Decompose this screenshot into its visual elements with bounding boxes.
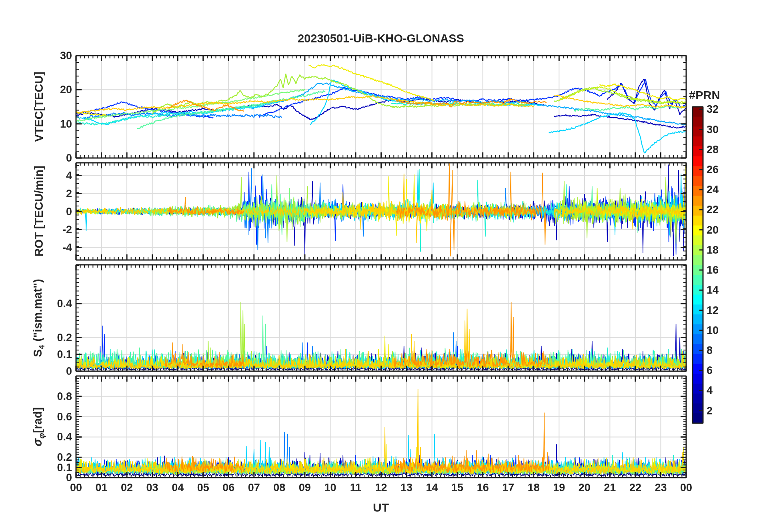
x-tick-label: 19 — [553, 482, 565, 494]
chart-title: 20230501-UiB-KHO-GLONASS — [298, 32, 464, 45]
y-tick-label: 4 — [66, 169, 72, 182]
y-tick-label: 10 — [60, 118, 72, 130]
ylabel-s4-pre: S — [31, 349, 44, 357]
x-tick-label: 23 — [655, 482, 667, 494]
ylabel-vtec: VTEC[TECU] — [32, 72, 46, 142]
colorbar-tick-label: 2 — [707, 404, 713, 417]
x-tick-label: 15 — [451, 482, 463, 494]
x-tick-label: 05 — [197, 482, 209, 494]
y-tick-label: 30 — [60, 50, 72, 62]
figure-container: 20230501-UiB-KHO-GLONASS VTEC[TECU] ROT … — [0, 0, 761, 532]
colorbar-tick-label: 30 — [707, 123, 719, 136]
ylabel-sigma-pre: σ — [31, 439, 44, 446]
x-tick-label: 21 — [604, 482, 616, 494]
y-tick-label: 0 — [66, 365, 72, 378]
x-tick-label: 17 — [502, 482, 514, 494]
y-tick-label: -4 — [62, 241, 72, 254]
x-tick-label: 03 — [146, 482, 158, 494]
x-tick-label: 11 — [350, 482, 362, 494]
x-tick-label: 12 — [375, 482, 387, 494]
y-tick-label: -2 — [62, 223, 72, 236]
colorbar-tick-label: 22 — [707, 204, 719, 216]
y-tick-label: 0 — [66, 152, 72, 164]
x-tick-label: 18 — [528, 482, 540, 494]
x-tick-label: 02 — [121, 482, 133, 494]
colorbar-tick-label: 26 — [707, 163, 719, 176]
y-tick-label: 0.2 — [57, 331, 72, 344]
x-tick-label: 04 — [172, 482, 184, 494]
ylabel-sigma-phi: σφ[rad] — [31, 407, 46, 446]
colorbar-tick-label: 12 — [707, 304, 719, 316]
colorbar-tick-label: 20 — [707, 224, 719, 236]
y-tick-label: 0.2 — [57, 451, 72, 464]
ylabel-s4-post: ("ism.mat") — [31, 279, 44, 344]
colorbar-tick-label: 32 — [707, 103, 719, 116]
y-tick-label: 2 — [66, 187, 72, 200]
colorbar-tick-label: 14 — [707, 284, 719, 296]
colorbar-title: #PRN — [689, 89, 720, 102]
y-tick-label: 0.1 — [57, 348, 72, 360]
x-tick-label: 08 — [273, 482, 285, 494]
colorbar-tick-label: 28 — [707, 143, 719, 156]
ylabel-rot: ROT [TECU/min] — [32, 166, 46, 256]
x-tick-label: 20 — [579, 482, 591, 494]
colorbar-tick-label: 10 — [707, 324, 719, 336]
x-tick-label: 09 — [299, 482, 311, 494]
ylabel-sigma-post: [rad] — [31, 407, 44, 433]
colorbar-tick-label: 6 — [707, 364, 713, 377]
x-tick-label: 14 — [426, 482, 438, 494]
y-tick-label: 0.8 — [57, 390, 72, 402]
x-tick-label: 10 — [324, 482, 336, 494]
ylabel-vtec-text: VTEC[TECU] — [32, 72, 45, 142]
x-tick-label: 13 — [401, 482, 413, 494]
x-tick-label: 01 — [96, 482, 108, 494]
colorbar-tick-label: 18 — [707, 244, 719, 256]
colorbar-tick-label: 24 — [707, 184, 719, 196]
x-tick-label: 00 — [680, 482, 692, 494]
chart-canvas — [0, 0, 761, 532]
ylabel-s4-sub: 4 — [37, 345, 46, 349]
ylabel-rot-text: ROT [TECU/min] — [32, 166, 45, 256]
ylabel-s4: S4 ("ism.mat") — [31, 279, 46, 357]
x-tick-label: 16 — [477, 482, 489, 494]
y-tick-label: 0.4 — [57, 298, 72, 310]
y-tick-label: 0.6 — [57, 410, 72, 423]
y-tick-label: 20 — [60, 84, 72, 96]
colorbar-tick-label: 4 — [707, 384, 713, 397]
x-tick-label: 22 — [629, 482, 641, 494]
ylabel-sigma-sub: φ — [37, 433, 46, 438]
colorbar-tick-label: 8 — [707, 344, 713, 356]
y-tick-label: 0.4 — [57, 431, 72, 443]
x-tick-label: 07 — [248, 482, 260, 494]
y-tick-label: 0 — [66, 205, 72, 218]
x-axis-label: UT — [373, 501, 389, 514]
x-tick-label: 06 — [222, 482, 234, 494]
colorbar-tick-label: 16 — [707, 264, 719, 276]
